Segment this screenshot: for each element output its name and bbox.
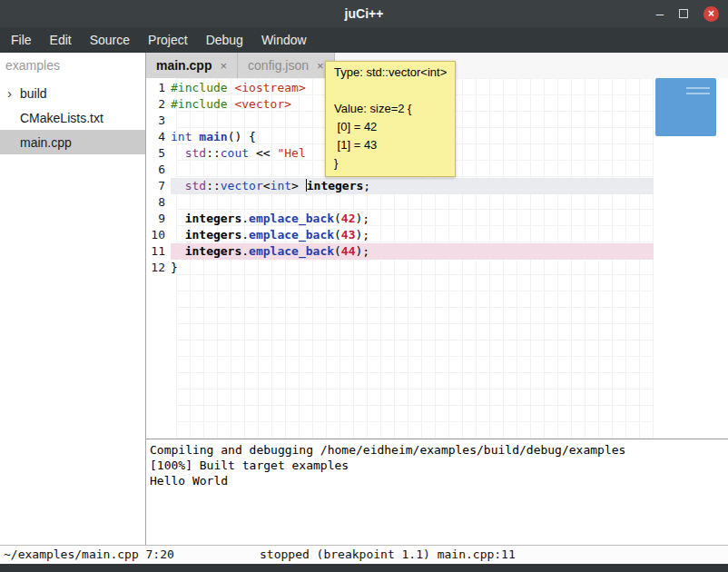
expander-icon[interactable]: › bbox=[7, 81, 12, 105]
menu-window[interactable]: Window bbox=[252, 27, 316, 53]
menu-project[interactable]: Project bbox=[139, 27, 197, 53]
tooltip-line: [1] = 43 bbox=[334, 136, 447, 154]
code-segment: ( bbox=[334, 244, 341, 258]
tab-label: main.cpp bbox=[156, 58, 212, 73]
code-segment: emplace_back bbox=[249, 228, 334, 242]
maximize-icon[interactable] bbox=[679, 9, 688, 18]
scroll-overview-box[interactable] bbox=[655, 78, 716, 136]
menu-edit[interactable]: Edit bbox=[41, 27, 81, 53]
line-number[interactable]: 7 bbox=[146, 178, 171, 194]
code-segment: emplace_back bbox=[249, 244, 334, 258]
terminal-output[interactable]: Compiling and debugging /home/eidheim/ex… bbox=[146, 439, 728, 545]
tab-config-json[interactable]: config.json× bbox=[238, 53, 335, 78]
close-icon[interactable]: × bbox=[703, 6, 719, 22]
code-line[interactable]: std::vector<int> integers; bbox=[171, 178, 654, 194]
code-segment: 42 bbox=[341, 212, 356, 225]
code-segment: <vector> bbox=[234, 97, 291, 111]
code-segment: std bbox=[185, 179, 206, 192]
overview-line bbox=[686, 87, 710, 89]
status-debug-state: stopped (breakpoint 1.1) main.cpp:11 bbox=[260, 547, 516, 561]
sidebar-item-cmakelists-txt[interactable]: CMakeLists.txt bbox=[0, 105, 145, 130]
project-name: examples bbox=[0, 53, 145, 81]
code-segment: . bbox=[241, 228, 249, 242]
code-segment: #include bbox=[171, 81, 228, 94]
code-segment: integers bbox=[185, 244, 242, 258]
code-segment: main bbox=[199, 130, 227, 143]
tree-item-label: build bbox=[20, 86, 47, 101]
line-number[interactable]: 12 bbox=[146, 260, 171, 276]
code-segment bbox=[171, 179, 185, 192]
menu-debug[interactable]: Debug bbox=[197, 27, 252, 53]
tooltip-line bbox=[334, 82, 447, 100]
line-number[interactable]: 10 bbox=[146, 227, 171, 243]
code-segment: . bbox=[241, 244, 249, 258]
terminal-line: [100%] Built target examples bbox=[150, 458, 724, 473]
line-number[interactable]: 4 bbox=[146, 129, 171, 145]
line-number[interactable]: 3 bbox=[146, 113, 171, 129]
menu-file[interactable]: File bbox=[2, 27, 41, 53]
line-number[interactable]: 2 bbox=[146, 96, 171, 113]
file-tree-sidebar: examples ›buildCMakeLists.txtmain.cpp bbox=[0, 53, 146, 545]
code-segment: ( bbox=[334, 228, 341, 242]
terminal-line: Compiling and debugging /home/eidheim/ex… bbox=[150, 442, 724, 458]
code-segment bbox=[171, 244, 185, 258]
code-segment: integers bbox=[185, 212, 242, 225]
code-segment: integers bbox=[185, 228, 242, 242]
tab-close-icon[interactable]: × bbox=[317, 59, 324, 73]
line-number[interactable]: 8 bbox=[146, 194, 171, 211]
editor-line-11: 11 integers.emplace_back(44); bbox=[146, 243, 654, 260]
code-segment: cout bbox=[221, 146, 249, 160]
code-segment: int bbox=[171, 130, 192, 143]
tooltip-line: } bbox=[334, 154, 447, 173]
overview-line bbox=[686, 93, 710, 94]
sidebar-item-main-cpp[interactable]: main.cpp bbox=[0, 130, 145, 154]
code-segment: () { bbox=[228, 130, 256, 143]
code-line[interactable]: integers.emplace_back(43); bbox=[171, 227, 654, 243]
code-segment: ); bbox=[356, 228, 370, 242]
editor-right-rail bbox=[654, 78, 728, 439]
code-segment: 44 bbox=[341, 244, 356, 258]
code-segment: . bbox=[241, 212, 249, 225]
code-line[interactable]: integers.emplace_back(44); bbox=[171, 243, 654, 260]
status-bar: ~/examples/main.cpp 7:20 stopped (breakp… bbox=[0, 545, 728, 564]
code-line[interactable] bbox=[171, 194, 654, 211]
code-segment: :: bbox=[206, 179, 221, 192]
menu-source[interactable]: Source bbox=[81, 27, 139, 53]
code-segment: :: bbox=[206, 146, 221, 160]
sidebar-item-build[interactable]: ›build bbox=[0, 81, 145, 105]
line-number[interactable]: 11 bbox=[146, 243, 171, 260]
tab-close-icon[interactable]: × bbox=[220, 59, 227, 73]
code-segment bbox=[171, 228, 185, 242]
code-segment: ); bbox=[356, 212, 370, 225]
tooltip-line: [0] = 42 bbox=[334, 118, 447, 136]
editor-line-10: 10 integers.emplace_back(43); bbox=[146, 227, 654, 243]
window-title: juCi++ bbox=[345, 6, 384, 21]
code-line[interactable]: } bbox=[171, 260, 654, 276]
code-segment: } bbox=[171, 261, 178, 274]
status-file-position: ~/examples/main.cpp 7:20 bbox=[4, 547, 174, 561]
tab-main-cpp[interactable]: main.cpp× bbox=[146, 53, 238, 78]
code-segment: "Hel bbox=[277, 146, 305, 160]
line-number[interactable]: 5 bbox=[146, 145, 171, 162]
tooltip-line: Type: std::vector<int> bbox=[334, 64, 447, 82]
code-segment: #include bbox=[171, 97, 228, 111]
tab-label: config.json bbox=[248, 58, 309, 73]
code-segment: ( bbox=[334, 212, 341, 225]
code-segment: < bbox=[263, 179, 271, 192]
window-controls: – × bbox=[656, 0, 719, 27]
menubar: FileEditSourceProjectDebugWindow bbox=[0, 27, 728, 53]
tree-item-label: main.cpp bbox=[20, 135, 72, 150]
code-segment: ); bbox=[356, 244, 370, 258]
code-segment: > bbox=[291, 179, 306, 192]
line-number[interactable]: 9 bbox=[146, 211, 171, 227]
code-segment bbox=[171, 146, 185, 160]
terminal-line: Hello World bbox=[150, 473, 724, 488]
minimize-icon[interactable]: – bbox=[656, 0, 664, 27]
line-number[interactable]: 6 bbox=[146, 162, 171, 178]
line-number[interactable]: 1 bbox=[146, 80, 171, 96]
code-line[interactable]: integers.emplace_back(42); bbox=[171, 211, 654, 227]
code-segment: <iostream> bbox=[234, 81, 305, 94]
editor-line-8: 8 bbox=[146, 194, 654, 211]
debug-value-tooltip: Type: std::vector<int> Value: size=2 { [… bbox=[325, 61, 456, 177]
code-segment: int bbox=[271, 179, 291, 192]
